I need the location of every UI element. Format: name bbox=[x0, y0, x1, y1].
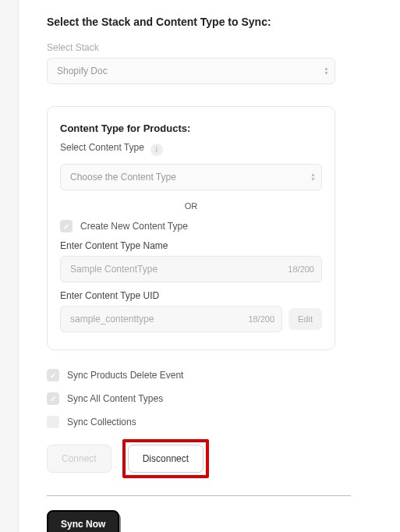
content-type-name-label: Enter Content Type Name bbox=[60, 240, 322, 251]
stack-select[interactable]: Shopify Doc ▲▼ bbox=[47, 58, 335, 84]
content-type-select[interactable]: Choose the Content Type ▲▼ bbox=[60, 164, 322, 190]
chevron-up-down-icon: ▲▼ bbox=[324, 66, 329, 76]
or-separator: OR bbox=[60, 201, 322, 211]
page-title: Select the Stack and Content Type to Syn… bbox=[47, 16, 372, 28]
info-icon[interactable]: i bbox=[150, 144, 163, 156]
sync-all-checkbox[interactable] bbox=[47, 392, 59, 405]
stack-label: Select Stack bbox=[47, 42, 372, 53]
content-type-card: Content Type for Products: Select Conten… bbox=[47, 106, 335, 350]
sync-delete-label: Sync Products Delete Event bbox=[67, 370, 183, 381]
content-type-uid-label: Enter Content Type UID bbox=[60, 290, 322, 301]
sync-collections-checkbox[interactable] bbox=[47, 416, 59, 428]
disconnect-button[interactable]: Disconnect bbox=[128, 445, 204, 473]
sync-all-label: Sync All Content Types bbox=[67, 393, 163, 404]
create-content-type-label: Create New Content Type bbox=[80, 221, 188, 232]
highlight-annotation: Disconnect bbox=[122, 439, 209, 478]
content-type-name-input[interactable] bbox=[60, 256, 322, 282]
uid-char-count: 18/200 bbox=[248, 314, 274, 324]
edit-uid-button[interactable]: Edit bbox=[288, 308, 322, 330]
chevron-up-down-icon: ▲▼ bbox=[310, 172, 316, 182]
connect-button: Connect bbox=[47, 445, 112, 473]
divider bbox=[47, 495, 351, 496]
stack-select-value[interactable]: Shopify Doc bbox=[47, 58, 335, 84]
sync-collections-label: Sync Collections bbox=[67, 417, 136, 427]
sync-delete-checkbox[interactable] bbox=[47, 369, 59, 381]
create-content-type-checkbox[interactable] bbox=[60, 220, 73, 232]
content-type-select-label: Select Content Type bbox=[60, 142, 144, 153]
sync-now-button[interactable]: Sync Now bbox=[47, 510, 119, 532]
content-type-select-value[interactable]: Choose the Content Type bbox=[60, 164, 322, 190]
name-char-count: 18/200 bbox=[288, 264, 314, 274]
content-type-title: Content Type for Products: bbox=[60, 122, 322, 134]
